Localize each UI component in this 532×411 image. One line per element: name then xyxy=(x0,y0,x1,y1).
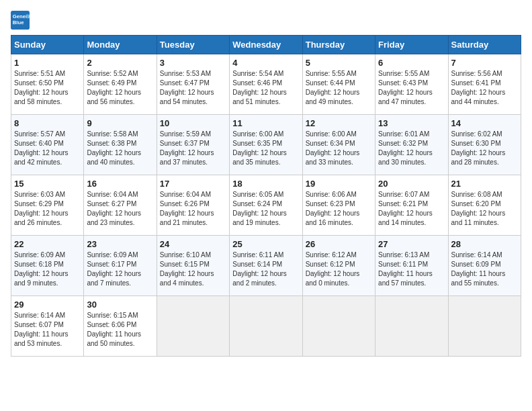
day-info: Sunrise: 5:55 AMSunset: 6:44 PMDaylight:… xyxy=(306,70,360,105)
calendar-cell: 13 Sunrise: 6:01 AMSunset: 6:32 PMDaylig… xyxy=(375,115,448,175)
col-header-monday: Monday xyxy=(84,36,157,54)
day-info: Sunrise: 6:05 AMSunset: 6:24 PMDaylight:… xyxy=(232,191,287,226)
calendar-cell: 20 Sunrise: 6:07 AMSunset: 6:21 PMDaylig… xyxy=(375,175,448,236)
day-number: 27 xyxy=(378,239,445,249)
day-info: Sunrise: 6:00 AMSunset: 6:34 PMDaylight:… xyxy=(306,130,360,166)
day-info: Sunrise: 5:58 AMSunset: 6:38 PMDaylight:… xyxy=(87,130,141,166)
day-number: 12 xyxy=(306,118,372,128)
calendar-cell: 11 Sunrise: 6:00 AMSunset: 6:35 PMDaylig… xyxy=(230,115,302,175)
calendar-cell: 9 Sunrise: 5:58 AMSunset: 6:38 PMDayligh… xyxy=(84,115,157,175)
calendar-week-2: 8 Sunrise: 5:57 AMSunset: 6:40 PMDayligh… xyxy=(11,115,521,175)
day-number: 10 xyxy=(160,118,226,128)
day-number: 16 xyxy=(87,179,153,189)
calendar-cell: 4 Sunrise: 5:54 AMSunset: 6:46 PMDayligh… xyxy=(230,54,302,115)
day-info: Sunrise: 5:56 AMSunset: 6:41 PMDaylight:… xyxy=(451,70,506,105)
day-info: Sunrise: 5:54 AMSunset: 6:46 PMDaylight:… xyxy=(232,70,287,105)
day-info: Sunrise: 5:59 AMSunset: 6:37 PMDaylight:… xyxy=(160,130,214,166)
day-number: 20 xyxy=(378,179,445,189)
day-number: 14 xyxy=(451,118,518,128)
day-info: Sunrise: 6:04 AMSunset: 6:26 PMDaylight:… xyxy=(160,191,214,226)
calendar-cell: 14 Sunrise: 6:02 AMSunset: 6:30 PMDaylig… xyxy=(448,115,521,175)
calendar-cell: 5 Sunrise: 5:55 AMSunset: 6:44 PMDayligh… xyxy=(302,54,375,115)
day-number: 17 xyxy=(160,179,226,189)
calendar-cell: 6 Sunrise: 5:55 AMSunset: 6:43 PMDayligh… xyxy=(375,54,448,115)
day-number: 29 xyxy=(14,300,81,310)
day-number: 28 xyxy=(451,239,518,249)
day-info: Sunrise: 6:04 AMSunset: 6:27 PMDaylight:… xyxy=(87,191,141,226)
day-number: 1 xyxy=(14,58,81,68)
day-number: 7 xyxy=(451,58,518,68)
day-info: Sunrise: 6:15 AMSunset: 6:06 PMDaylight:… xyxy=(87,312,141,347)
day-info: Sunrise: 6:03 AMSunset: 6:29 PMDaylight:… xyxy=(14,191,69,226)
day-info: Sunrise: 6:10 AMSunset: 6:15 PMDaylight:… xyxy=(160,251,214,287)
day-number: 18 xyxy=(232,179,299,189)
day-info: Sunrise: 6:00 AMSunset: 6:35 PMDaylight:… xyxy=(232,130,287,166)
day-number: 4 xyxy=(232,58,299,68)
day-number: 24 xyxy=(160,239,226,249)
day-info: Sunrise: 6:12 AMSunset: 6:12 PMDaylight:… xyxy=(306,251,360,287)
calendar-cell: 25 Sunrise: 6:11 AMSunset: 6:14 PMDaylig… xyxy=(230,236,302,296)
day-info: Sunrise: 5:51 AMSunset: 6:50 PMDaylight:… xyxy=(14,70,69,105)
calendar-cell: 22 Sunrise: 6:09 AMSunset: 6:18 PMDaylig… xyxy=(11,236,84,296)
calendar-cell xyxy=(448,296,521,357)
calendar-cell xyxy=(375,296,448,357)
calendar-header-row: SundayMondayTuesdayWednesdayThursdayFrid… xyxy=(11,36,521,54)
calendar-cell: 15 Sunrise: 6:03 AMSunset: 6:29 PMDaylig… xyxy=(11,175,84,236)
day-number: 6 xyxy=(378,58,445,68)
day-number: 19 xyxy=(306,179,372,189)
col-header-thursday: Thursday xyxy=(302,36,375,54)
day-info: Sunrise: 5:57 AMSunset: 6:40 PMDaylight:… xyxy=(14,130,69,166)
header: General Blue xyxy=(11,11,521,30)
calendar-cell: 28 Sunrise: 6:14 AMSunset: 6:09 PMDaylig… xyxy=(448,236,521,296)
day-number: 13 xyxy=(378,118,445,128)
calendar-cell: 27 Sunrise: 6:13 AMSunset: 6:11 PMDaylig… xyxy=(375,236,448,296)
calendar-cell: 19 Sunrise: 6:06 AMSunset: 6:23 PMDaylig… xyxy=(302,175,375,236)
calendar-cell: 30 Sunrise: 6:15 AMSunset: 6:06 PMDaylig… xyxy=(84,296,157,357)
calendar-week-5: 29 Sunrise: 6:14 AMSunset: 6:07 PMDaylig… xyxy=(11,296,521,357)
col-header-tuesday: Tuesday xyxy=(157,36,229,54)
day-info: Sunrise: 6:08 AMSunset: 6:20 PMDaylight:… xyxy=(451,191,506,226)
calendar-cell: 2 Sunrise: 5:52 AMSunset: 6:49 PMDayligh… xyxy=(84,54,157,115)
day-number: 26 xyxy=(306,239,372,249)
calendar-cell: 29 Sunrise: 6:14 AMSunset: 6:07 PMDaylig… xyxy=(11,296,84,357)
calendar-cell: 7 Sunrise: 5:56 AMSunset: 6:41 PMDayligh… xyxy=(448,54,521,115)
day-number: 5 xyxy=(306,58,372,68)
col-header-wednesday: Wednesday xyxy=(230,36,302,54)
day-info: Sunrise: 6:09 AMSunset: 6:18 PMDaylight:… xyxy=(14,251,69,287)
calendar-cell: 10 Sunrise: 5:59 AMSunset: 6:37 PMDaylig… xyxy=(157,115,229,175)
day-info: Sunrise: 5:55 AMSunset: 6:43 PMDaylight:… xyxy=(378,70,433,105)
day-info: Sunrise: 6:14 AMSunset: 6:09 PMDaylight:… xyxy=(451,251,506,287)
day-number: 11 xyxy=(232,118,299,128)
day-info: Sunrise: 5:52 AMSunset: 6:49 PMDaylight:… xyxy=(87,70,141,105)
day-info: Sunrise: 6:09 AMSunset: 6:17 PMDaylight:… xyxy=(87,251,141,287)
day-info: Sunrise: 6:01 AMSunset: 6:32 PMDaylight:… xyxy=(378,130,433,166)
day-info: Sunrise: 6:11 AMSunset: 6:14 PMDaylight:… xyxy=(232,251,287,287)
day-number: 21 xyxy=(451,179,518,189)
calendar-cell: 16 Sunrise: 6:04 AMSunset: 6:27 PMDaylig… xyxy=(84,175,157,236)
day-number: 3 xyxy=(160,58,226,68)
col-header-sunday: Sunday xyxy=(11,36,84,54)
calendar-cell: 18 Sunrise: 6:05 AMSunset: 6:24 PMDaylig… xyxy=(230,175,302,236)
calendar-cell: 21 Sunrise: 6:08 AMSunset: 6:20 PMDaylig… xyxy=(448,175,521,236)
calendar-cell: 8 Sunrise: 5:57 AMSunset: 6:40 PMDayligh… xyxy=(11,115,84,175)
day-info: Sunrise: 6:07 AMSunset: 6:21 PMDaylight:… xyxy=(378,191,433,226)
calendar-cell: 12 Sunrise: 6:00 AMSunset: 6:34 PMDaylig… xyxy=(302,115,375,175)
logo: General Blue xyxy=(11,11,32,30)
calendar-cell: 1 Sunrise: 5:51 AMSunset: 6:50 PMDayligh… xyxy=(11,54,84,115)
day-info: Sunrise: 6:14 AMSunset: 6:07 PMDaylight:… xyxy=(14,312,69,347)
calendar-cell: 26 Sunrise: 6:12 AMSunset: 6:12 PMDaylig… xyxy=(302,236,375,296)
calendar-cell: 24 Sunrise: 6:10 AMSunset: 6:15 PMDaylig… xyxy=(157,236,229,296)
day-number: 2 xyxy=(87,58,153,68)
day-info: Sunrise: 6:06 AMSunset: 6:23 PMDaylight:… xyxy=(306,191,360,226)
day-number: 9 xyxy=(87,118,153,128)
svg-text:Blue: Blue xyxy=(13,19,24,26)
day-number: 8 xyxy=(14,118,81,128)
logo-icon: General Blue xyxy=(11,11,30,30)
day-number: 30 xyxy=(87,300,153,310)
day-number: 23 xyxy=(87,239,153,249)
day-number: 25 xyxy=(232,239,299,249)
day-number: 15 xyxy=(14,179,81,189)
day-info: Sunrise: 6:02 AMSunset: 6:30 PMDaylight:… xyxy=(451,130,506,166)
calendar-week-4: 22 Sunrise: 6:09 AMSunset: 6:18 PMDaylig… xyxy=(11,236,521,296)
calendar-cell xyxy=(302,296,375,357)
